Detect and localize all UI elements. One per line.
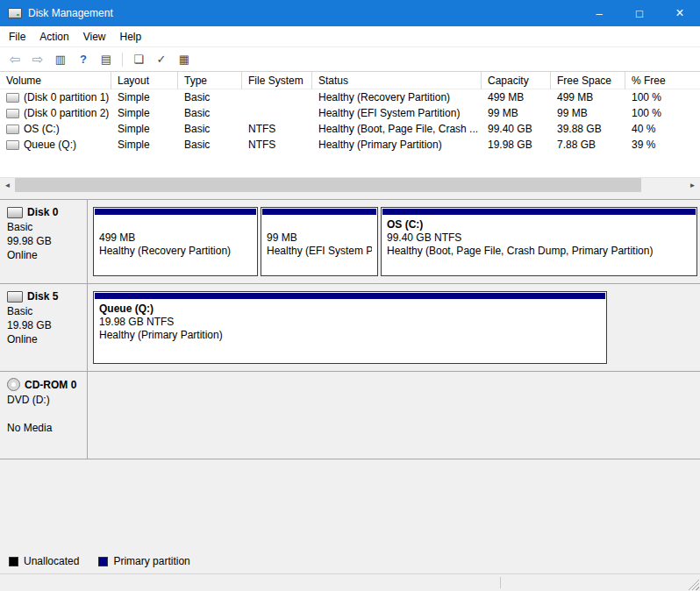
volume-name-cell: Queue (Q:) (0, 139, 111, 151)
column-header-volume[interactable]: Volume (0, 72, 111, 89)
minimize-button[interactable]: – (579, 0, 619, 26)
partition-color-band (262, 209, 376, 215)
cdrom-0-row: CD-ROM 0 DVD (D:) No Media (0, 372, 700, 459)
scroll-left-button[interactable]: ◄ (0, 178, 15, 192)
partition-color-band (382, 209, 696, 215)
scroll-right-button[interactable]: ► (685, 178, 700, 192)
column-header-free-space[interactable]: Free Space (551, 72, 625, 89)
help-button[interactable]: ? (73, 50, 94, 69)
disk-5-label[interactable]: Disk 5 Basic 19.98 GB Online (0, 284, 88, 371)
legend-primary-partition: Primary partition (98, 555, 189, 567)
action-pane-button[interactable]: ▤ (96, 50, 117, 69)
menu-file[interactable]: File (2, 27, 32, 46)
disk-name: Disk 0 (27, 206, 58, 218)
cdrom-icon (7, 378, 20, 391)
volume-drive-icon (6, 93, 19, 103)
close-button[interactable]: × (660, 0, 700, 26)
cdrom-0-label[interactable]: CD-ROM 0 DVD (D:) No Media (0, 372, 88, 459)
status-pane-left (0, 574, 500, 591)
window-title: Disk Management (28, 7, 113, 19)
partition-os-c[interactable]: OS (C:) 99.40 GB NTFS Healthy (Boot, Pag… (381, 207, 697, 276)
status-bar (0, 573, 700, 591)
free-space-cell: 499 MB (551, 89, 625, 105)
layout-cell: Simple (111, 121, 178, 137)
partition-title: OS (C:) (387, 218, 691, 231)
column-header-type[interactable]: Type (178, 72, 242, 89)
partition-status: Healthy (Recovery Partition) (99, 245, 252, 258)
horizontal-scrollbar[interactable]: ◄ ► (0, 177, 700, 192)
partition-color-band (95, 293, 605, 299)
column-header-capacity[interactable]: Capacity (482, 72, 551, 89)
column-header-pct-free[interactable]: % Free (625, 72, 700, 89)
pct-free-cell: 39 % (625, 137, 700, 153)
console-tree-button[interactable]: ▥ (50, 50, 71, 69)
volume-row-os-c[interactable]: OS (C:) Simple Basic NTFS Healthy (Boot,… (0, 121, 700, 137)
legend-unallocated: Unallocated (9, 555, 79, 567)
capacity-cell: 19.98 GB (482, 137, 551, 153)
disk-0-partitions: 499 MB Healthy (Recovery Partition) 99 M… (88, 200, 700, 283)
menu-action[interactable]: Action (32, 27, 75, 46)
volume-name-cell: OS (C:) (0, 123, 111, 135)
toolbar: ⇦ ⇨ ▥ ? ▤ ❏ ✓ ▦ (0, 47, 700, 72)
column-header-status[interactable]: Status (312, 72, 482, 89)
app-disk-icon (8, 8, 22, 18)
disk-name: Disk 5 (27, 290, 58, 303)
properties-button[interactable]: ❏ (128, 50, 149, 69)
graphical-view: Disk 0 Basic 99.98 GB Online 499 MB Heal… (0, 192, 700, 573)
window-controls: – □ × (579, 0, 700, 26)
menu-view[interactable]: View (76, 27, 113, 46)
layout-cell: Simple (111, 105, 178, 121)
volume-name: Queue (Q:) (24, 139, 76, 151)
back-button[interactable]: ⇦ (4, 50, 25, 69)
disk-0-label[interactable]: Disk 0 Basic 99.98 GB Online (0, 200, 88, 283)
cdrom-0-partitions (88, 372, 700, 459)
volume-row-disk0-partition2[interactable]: (Disk 0 partition 2) Simple Basic Health… (0, 105, 700, 121)
partition-efi-system[interactable]: 99 MB Healthy (EFI System Par (261, 207, 378, 276)
views-button[interactable]: ▦ (174, 50, 195, 69)
disk-size: 19.98 GB (7, 318, 82, 332)
status-pane-right (501, 574, 688, 591)
volume-row-disk0-partition1[interactable]: (Disk 0 partition 1) Simple Basic Health… (0, 89, 700, 105)
partition-status: Healthy (Primary Partition) (99, 329, 601, 342)
scrollbar-track[interactable] (641, 178, 685, 192)
maximize-button[interactable]: □ (619, 0, 660, 26)
scrollbar-thumb[interactable] (15, 178, 641, 192)
partition-queue-q[interactable]: Queue (Q:) 19.98 GB NTFS Healthy (Primar… (93, 291, 607, 364)
volume-list: Volume Layout Type File System Status Ca… (0, 72, 700, 177)
primary-partition-swatch (98, 557, 108, 566)
column-header-file-system[interactable]: File System (242, 72, 312, 89)
volume-name: OS (C:) (24, 123, 60, 135)
volume-row-queue-q[interactable]: Queue (Q:) Simple Basic NTFS Healthy (Pr… (0, 137, 700, 153)
volume-name: (Disk 0 partition 1) (24, 91, 109, 103)
type-cell: Basic (178, 121, 242, 137)
disk-5-row: Disk 5 Basic 19.98 GB Online Queue (Q:) … (0, 284, 700, 372)
partition-title (267, 218, 372, 231)
disk-icon (7, 291, 23, 303)
capacity-cell: 499 MB (482, 89, 551, 105)
volume-name-cell: (Disk 0 partition 2) (0, 107, 111, 119)
layout-cell: Simple (111, 137, 178, 153)
file-system-cell: NTFS (242, 121, 312, 137)
volume-name-cell: (Disk 0 partition 1) (0, 91, 111, 103)
legend-unallocated-label: Unallocated (24, 555, 79, 567)
disk-status: Online (7, 248, 82, 262)
volume-drive-icon (6, 140, 19, 150)
partition-title (99, 218, 252, 231)
cdrom-status: No Media (7, 421, 82, 435)
partition-recovery[interactable]: 499 MB Healthy (Recovery Partition) (93, 207, 258, 276)
partition-size: 499 MB (99, 231, 252, 245)
pct-free-cell: 100 % (625, 89, 700, 105)
status-cell: Healthy (EFI System Partition) (312, 105, 482, 121)
menu-help[interactable]: Help (113, 27, 149, 46)
check-disk-button[interactable]: ✓ (151, 50, 172, 69)
disk-icon (7, 207, 23, 218)
column-header-layout[interactable]: Layout (111, 72, 178, 89)
disk-management-window: Disk Management – □ × File Action View H… (0, 0, 700, 591)
resize-grip[interactable] (688, 579, 699, 590)
volume-list-header: Volume Layout Type File System Status Ca… (0, 72, 700, 89)
status-cell: Healthy (Primary Partition) (312, 137, 482, 153)
pct-free-cell: 40 % (625, 121, 700, 137)
unallocated-swatch (9, 557, 18, 566)
forward-button[interactable]: ⇨ (27, 50, 48, 69)
free-space-cell: 99 MB (551, 105, 625, 121)
